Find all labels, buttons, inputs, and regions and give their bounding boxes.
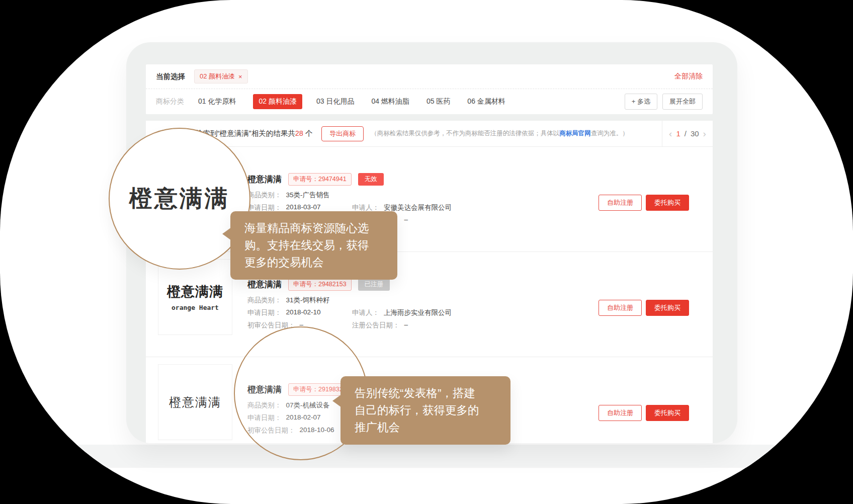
filter-panel: 当前选择 02 颜料油漆 × 全部清除 商标分类 01 化学原料 02 颜料油漆… [146, 64, 713, 114]
trademark-image-text: 橙意满满 [169, 394, 221, 410]
category-field-value: 31类-饲料种籽 [286, 296, 330, 305]
tooltip-line: 购。支持在线交易，获得 [244, 237, 397, 254]
expand-all-button[interactable]: 展开全部 [662, 94, 703, 110]
trademark-image-text: 橙意满满 [167, 283, 223, 301]
trademark-image[interactable]: 橙意满满 [158, 364, 232, 440]
entrust-purchase-button[interactable]: 委托购买 [646, 300, 689, 316]
page-canvas: 当前选择 02 颜料油漆 × 全部清除 商标分类 01 化学原料 02 颜料油漆… [0, 0, 853, 504]
applicant-value: 安徽美达会展有限公司 [384, 203, 452, 212]
application-number-label: 申请号： [293, 176, 318, 183]
self-register-button[interactable]: 自助注册 [599, 195, 642, 211]
tooltip-line: 告别传统“发表格”，搭建 [355, 385, 510, 402]
remove-filter-icon[interactable]: × [238, 73, 242, 80]
registration-publication-label: 注册公告日期： [352, 321, 400, 330]
tooltip-line: 更多的交易机会 [244, 254, 397, 271]
registration-publication-value: – [404, 216, 408, 225]
disclaimer-text: （商标检索结果仅供参考，不作为商标能否注册的法律依据；具体以商标局官网查询为准。… [371, 129, 629, 138]
tooltip-line: 推广机会 [355, 419, 510, 436]
category-item-05[interactable]: 05 医药 [426, 97, 450, 106]
summary-suffix: 个 [303, 129, 313, 137]
registration-publication-value: – [404, 321, 408, 330]
row-actions: 自助注册 委托购买 [599, 405, 689, 421]
bottom-shadow-band [38, 445, 815, 468]
current-selection-label: 当前选择 [156, 72, 185, 81]
tooltip-line: 海量精品商标资源随心选 [244, 220, 397, 237]
disclaimer-prefix: （商标检索结果仅供参考，不作为商标能否注册的法律依据；具体以 [371, 130, 559, 137]
magnifier-circle-trademark: 橙意满满 [109, 128, 250, 270]
trademark-name[interactable]: 橙意满满 [247, 279, 282, 290]
apply-date-label: 申请日期： [247, 308, 282, 317]
current-page: 1 [676, 129, 680, 138]
pagination: ‹ 1 / 30 › [662, 121, 713, 146]
entrust-purchase-button[interactable]: 委托购买 [646, 195, 689, 211]
magnified-trademark-text: 橙意满满 [129, 183, 230, 214]
tooltip-promotion: 告别传统“发表格”，搭建 自己的标行，获得更多的 推广机会 [340, 376, 510, 445]
category-item-02-selected[interactable]: 02 颜料油漆 [253, 94, 302, 109]
application-number: 29474941 [318, 176, 347, 183]
current-selection-row: 当前选择 02 颜料油漆 × 全部清除 [146, 64, 713, 89]
selected-filter-tag[interactable]: 02 颜料油漆 × [194, 69, 248, 83]
category-row: 商标分类 01 化学原料 02 颜料油漆 03 日化用品 04 燃料油脂 05 … [146, 89, 713, 114]
export-trademarks-button[interactable]: 导出商标 [321, 126, 364, 141]
results-count: 28 [295, 129, 303, 137]
disclaimer-suffix: 查询为准。） [591, 130, 629, 137]
status-badge-invalid: 无效 [358, 173, 384, 186]
self-register-button[interactable]: 自助注册 [599, 300, 642, 316]
row-actions: 自助注册 委托购买 [599, 300, 689, 316]
category-item-01[interactable]: 01 化学原料 [198, 97, 236, 106]
category-label: 商标分类 [156, 97, 184, 106]
application-number-label: 申请号： [293, 281, 318, 288]
category-field-value: 35类-广告销售 [286, 191, 330, 200]
trademark-name[interactable]: 橙意满满 [247, 174, 282, 185]
application-number: 29482153 [318, 281, 347, 288]
trademark-office-link[interactable]: 商标局官网 [559, 130, 591, 137]
category-field-label: 商品类别： [247, 191, 282, 200]
status-badge-registered: 已注册 [358, 278, 390, 291]
results-header: 当前分类下检索到“橙意满满”相关的结果共28 个 导出商标 （商标检索结果仅供参… [146, 121, 713, 147]
applicant-value: 上海雨步实业有限公司 [384, 308, 452, 317]
trademark-image[interactable]: 橙意满满 orange Heart [158, 259, 232, 335]
category-item-04[interactable]: 04 燃料油脂 [371, 97, 409, 106]
total-pages: 30 [691, 129, 699, 138]
application-number-tag: 申请号：29482153 [288, 278, 352, 291]
row-actions: 自助注册 委托购买 [599, 195, 689, 211]
multi-select-button[interactable]: + 多选 [625, 94, 657, 110]
category-item-06[interactable]: 06 金属材料 [467, 97, 505, 106]
self-register-button[interactable]: 自助注册 [599, 405, 642, 421]
prev-page-icon[interactable]: ‹ [669, 129, 672, 138]
selected-filter-text: 02 颜料油漆 [200, 72, 235, 81]
page-separator: / [685, 129, 687, 138]
application-number-tag: 申请号：29474941 [288, 173, 352, 186]
category-field-label: 商品类别： [247, 296, 282, 305]
clear-all-button[interactable]: 全部清除 [674, 72, 703, 81]
tooltip-marketplace: 海量精品商标资源随心选 购。支持在线交易，获得 更多的交易机会 [230, 211, 397, 280]
applicant-label: 申请人： [352, 308, 379, 317]
tooltip-line: 自己的标行，获得更多的 [355, 402, 510, 419]
trademark-image-subtext: orange Heart [172, 304, 219, 311]
entrust-purchase-button[interactable]: 委托购买 [646, 405, 689, 421]
next-page-icon[interactable]: › [703, 129, 706, 138]
category-item-03[interactable]: 03 日化用品 [316, 97, 354, 106]
apply-date-value: 2018-02-10 [286, 308, 321, 317]
